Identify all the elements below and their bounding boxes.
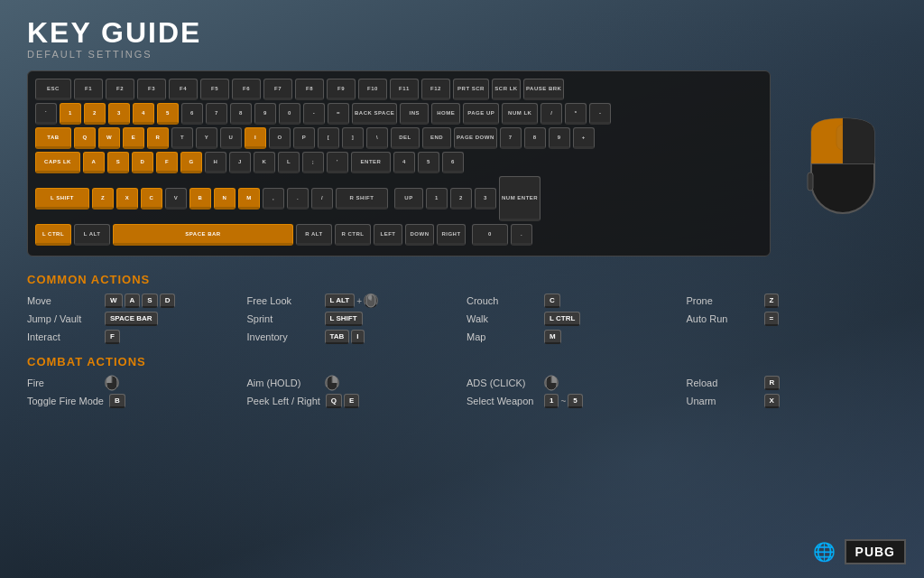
svg-rect-4 (808, 172, 813, 191)
action-prone: Prone Z (687, 294, 898, 308)
key-badge-m: M (544, 330, 561, 344)
key-8: 8 (230, 103, 252, 125)
key-numdot: . (511, 224, 532, 246)
keyboard-row-numbers: ` 1 2 3 4 5 6 7 8 9 0 - = BACK SPACE INS… (35, 103, 762, 125)
key-ins: INS (400, 103, 429, 125)
key-badge-d: D (160, 294, 176, 308)
key-backspace: BACK SPACE (352, 103, 397, 125)
mouse-illustration (789, 70, 897, 256)
action-sprint-keys: L SHIFT (325, 312, 363, 326)
action-move-keys: W A S D (105, 294, 175, 308)
key-backslash: \ (366, 127, 388, 149)
combat-actions-title: COMBAT ACTIONS (27, 355, 897, 368)
key-lbracket: [ (318, 127, 339, 149)
key-f2: F2 (106, 79, 134, 100)
key-numenter: NUM ENTER (499, 176, 541, 221)
action-jump-label: Jump / Vault (27, 313, 99, 324)
mouse-svg (802, 105, 883, 222)
action-autorun: Auto Run = (687, 312, 898, 326)
action-peek: Peek Left / Right Q E (247, 394, 458, 408)
key-f6: F6 (232, 79, 261, 100)
key-rshift: R SHIFT (336, 188, 388, 210)
key-minus: - (303, 103, 325, 125)
action-prone-keys: Z (764, 294, 780, 308)
key-e: E (123, 127, 144, 149)
key-badge-tab: TAB (325, 330, 350, 344)
common-actions-title: COMMON ACTIONS (27, 273, 897, 286)
key-7: 7 (206, 103, 227, 125)
action-togglefire-label: Toggle Fire Mode (27, 396, 104, 406)
key-badge-i: I (351, 330, 364, 344)
bottom-bar: 🌐 PUBG (813, 539, 906, 564)
key-g: G (180, 152, 202, 173)
key-badge-1sw: 1 (544, 394, 559, 408)
action-ads-label: ADS (CLICK) (467, 378, 539, 388)
action-inventory: Inventory TAB I (247, 330, 458, 344)
key-num5: 5 (418, 152, 439, 173)
key-badge-q2: Q (326, 394, 342, 408)
key-lalt: L ALT (74, 224, 110, 246)
key-l: L (278, 152, 300, 173)
key-badge-c: C (544, 294, 560, 308)
key-num7: 7 (500, 127, 522, 149)
key-w: W (98, 127, 120, 149)
globe-icon: 🌐 (813, 541, 836, 563)
action-selectweapon-keys: 1 ~ 5 (544, 394, 583, 408)
key-prtscr: PRT SCR (453, 79, 489, 100)
action-inventory-label: Inventory (247, 331, 319, 342)
action-reload-keys: R (764, 376, 781, 390)
key-slash: / (311, 188, 333, 210)
key-quote: ' (327, 152, 348, 173)
action-walk: Walk L CTRL (467, 312, 678, 326)
key-num-minus: - (589, 103, 611, 125)
action-peek-keys: Q E (326, 394, 360, 408)
key-num4: 4 (393, 152, 415, 173)
key-del: DEL (391, 127, 420, 149)
key-enter: ENTER (351, 152, 391, 173)
key-f: F (156, 152, 178, 173)
key-spacebar: SPACE BAR (113, 224, 293, 246)
key-capslk: CAPS LK (35, 152, 80, 173)
keyboard-area: ESC F1 F2 F3 F4 F5 F6 F7 F8 F9 F10 F11 F… (27, 70, 897, 256)
action-crouch-label: Crouch (467, 295, 539, 306)
key-badge-lalt: L ALT (325, 294, 356, 308)
svg-rect-7 (368, 295, 372, 300)
action-walk-label: Walk (467, 313, 539, 324)
action-selectweapon: Select Weapon 1 ~ 5 (467, 394, 678, 408)
key-comma: , (263, 188, 284, 210)
key-pageup: PAGE UP (463, 103, 499, 125)
key-badge-x: X (764, 394, 780, 408)
pubg-logo: PUBG (845, 539, 906, 564)
action-inventory-keys: TAB I (325, 330, 365, 344)
action-aim-label: Aim (HOLD) (247, 378, 319, 388)
action-fire-label: Fire (27, 378, 99, 388)
action-togglefire-keys: B (109, 394, 125, 408)
key-f4: F4 (169, 79, 198, 100)
key-tab: TAB (35, 127, 71, 149)
key-pause: PAUSE BRK (523, 79, 564, 100)
key-period: . (287, 188, 309, 210)
key-badge-s: S (142, 294, 157, 308)
action-aim: Aim (HOLD) (247, 376, 458, 390)
key-s: S (107, 152, 129, 173)
key-n: N (214, 188, 236, 210)
key-q: Q (74, 127, 96, 149)
action-sprint-label: Sprint (247, 313, 319, 324)
key-home: HOME (431, 103, 460, 125)
action-selectweapon-label: Select Weapon (467, 396, 539, 406)
key-f9: F9 (327, 79, 356, 100)
action-map-keys: M (544, 330, 561, 344)
key-f11: F11 (390, 79, 419, 100)
key-rbracket: ] (342, 127, 364, 149)
key-i: I (245, 127, 266, 149)
page-subtitle: DEFAULT SETTINGS (27, 49, 897, 60)
key-num2: 2 (450, 188, 472, 210)
action-crouch-keys: C (544, 294, 560, 308)
keyboard: ESC F1 F2 F3 F4 F5 F6 F7 F8 F9 F10 F11 F… (27, 70, 771, 256)
action-togglefire: Toggle Fire Mode B (27, 394, 238, 408)
key-3: 3 (108, 103, 130, 125)
key-f12: F12 (421, 79, 450, 100)
action-reload: Reload R (687, 376, 898, 390)
key-4: 4 (133, 103, 154, 125)
common-actions-grid: Move W A S D Free Look L ALT + (27, 294, 897, 344)
